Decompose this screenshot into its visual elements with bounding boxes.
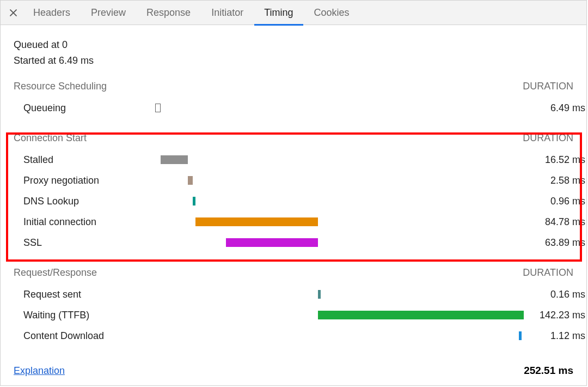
footer: Explanation 252.51 ms	[14, 365, 573, 377]
timing-bar	[318, 311, 523, 319]
timing-bar-track	[155, 330, 520, 341]
timing-row: Content Download1.12 ms	[14, 325, 573, 346]
timing-row-duration: 142.23 ms	[520, 310, 585, 321]
timing-row: Queueing6.49 ms	[14, 98, 573, 118]
timing-row-label: Content Download	[14, 330, 155, 342]
tab-bar: HeadersPreviewResponseInitiatorTimingCoo…	[1, 1, 586, 25]
timing-row-label: SSL	[14, 237, 155, 249]
duration-header: DURATION	[523, 132, 573, 144]
timing-row-label: DNS Lookup	[14, 196, 155, 207]
section-connection-start: Connection Start DURATION Stalled16.52 m…	[14, 132, 573, 253]
timing-row-label: Proxy negotiation	[14, 175, 155, 186]
tab-headers[interactable]: Headers	[23, 1, 80, 25]
timing-row-duration: 84.78 ms	[520, 216, 585, 228]
tab-initiator[interactable]: Initiator	[201, 1, 253, 25]
timing-bar-track	[155, 154, 520, 165]
total-duration: 252.51 ms	[524, 365, 573, 377]
timing-row-label: Queueing	[14, 102, 155, 114]
timing-panel: HeadersPreviewResponseInitiatorTimingCoo…	[0, 0, 587, 386]
explanation-link[interactable]: Explanation	[14, 365, 65, 377]
timing-bar-track	[155, 310, 520, 321]
tab-cookies[interactable]: Cookies	[304, 1, 359, 25]
timing-bar	[318, 290, 320, 299]
timing-bar	[188, 176, 193, 185]
timing-content: Queued at 0 Started at 6.49 ms Resource …	[1, 25, 586, 346]
timing-row: Proxy negotiation2.58 ms	[14, 170, 573, 191]
tab-preview[interactable]: Preview	[81, 1, 136, 25]
timing-bar	[161, 155, 188, 164]
timing-bar	[226, 238, 318, 247]
timing-row: Request sent0.16 ms	[14, 284, 573, 305]
timing-row-duration: 16.52 ms	[520, 154, 585, 166]
close-icon[interactable]	[4, 3, 22, 22]
timing-row-duration: 0.16 ms	[520, 289, 585, 300]
timing-row-label: Request sent	[14, 289, 155, 300]
timing-bar	[155, 104, 161, 112]
timing-row: DNS Lookup0.96 ms	[14, 191, 573, 211]
timing-row-duration: 6.49 ms	[520, 102, 585, 114]
tab-timing[interactable]: Timing	[254, 1, 303, 25]
section-title: Resource Scheduling	[14, 81, 107, 92]
timing-bar-track	[155, 175, 520, 186]
timing-row-duration: 2.58 ms	[520, 175, 585, 186]
tab-response[interactable]: Response	[137, 1, 200, 25]
timing-row-label: Waiting (TTFB)	[14, 310, 155, 321]
duration-header: DURATION	[523, 81, 573, 92]
timing-bar-track	[155, 196, 520, 207]
timing-row-label: Stalled	[14, 154, 155, 166]
section-resource-scheduling: Resource Scheduling DURATION Queueing6.4…	[14, 81, 573, 118]
timing-row: SSL63.89 ms	[14, 232, 573, 253]
timing-row-label: Initial connection	[14, 216, 155, 228]
started-at-text: Started at 6.49 ms	[14, 55, 573, 66]
timing-bar-track	[155, 237, 520, 248]
timing-row-duration: 0.96 ms	[520, 196, 585, 207]
duration-header: DURATION	[523, 267, 573, 279]
queued-at-text: Queued at 0	[14, 39, 573, 51]
timing-bar-track	[155, 102, 520, 113]
timing-bar	[519, 331, 522, 340]
timing-row: Waiting (TTFB)142.23 ms	[14, 305, 573, 325]
timing-bar	[195, 217, 318, 226]
section-title: Connection Start	[14, 132, 87, 144]
section-title: Request/Response	[14, 267, 97, 279]
timing-row: Stalled16.52 ms	[14, 149, 573, 170]
timing-bar-track	[155, 289, 520, 300]
timing-bar-track	[155, 216, 520, 227]
timing-row: Initial connection84.78 ms	[14, 211, 573, 232]
timing-row-duration: 63.89 ms	[520, 237, 585, 249]
timing-row-duration: 1.12 ms	[520, 330, 585, 342]
timing-bar	[193, 197, 195, 205]
section-request-response: Request/Response DURATION Request sent0.…	[14, 267, 573, 346]
